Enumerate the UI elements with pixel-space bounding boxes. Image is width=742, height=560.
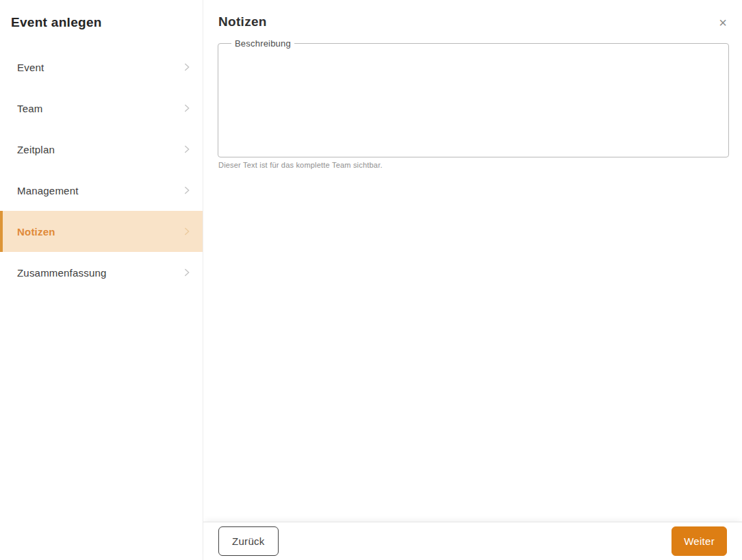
step-header: Notizen × [203, 0, 742, 32]
sidebar-item-management[interactable]: Management [0, 170, 203, 211]
description-helper-text: Dieser Text ist für das komplette Team s… [218, 161, 729, 169]
description-field: Beschreibung [218, 38, 729, 157]
sidebar-item-team[interactable]: Team [0, 88, 203, 129]
step-panel: Notizen × Beschreibung Dieser Text ist f… [203, 0, 742, 560]
description-label: Beschreibung [231, 38, 294, 49]
step-content: Beschreibung Dieser Text ist für das kom… [203, 32, 742, 522]
wizard-sidebar: Event anlegen Event Team Zeitplan [0, 0, 203, 560]
sidebar-item-label: Event [17, 62, 44, 73]
chevron-right-icon [181, 266, 193, 279]
sidebar-item-zeitplan[interactable]: Zeitplan [0, 129, 203, 170]
event-create-dialog: Event anlegen Event Team Zeitplan [0, 0, 742, 560]
sidebar-item-notizen[interactable]: Notizen [0, 211, 203, 252]
wizard-steps-nav: Event Team Zeitplan Management [0, 47, 203, 293]
description-textarea[interactable] [227, 51, 720, 147]
sidebar-item-label: Zusammenfassung [17, 267, 107, 279]
sidebar-item-label: Management [17, 185, 79, 196]
sidebar-item-label: Notizen [17, 226, 55, 238]
sidebar-item-zusammenfassung[interactable]: Zusammenfassung [0, 252, 203, 293]
chevron-right-icon [181, 102, 193, 114]
chevron-right-icon [181, 184, 193, 196]
dialog-title: Event anlegen [0, 15, 203, 30]
sidebar-item-event[interactable]: Event [0, 47, 203, 88]
back-button[interactable]: Zurück [218, 526, 279, 556]
close-button[interactable]: × [713, 13, 732, 32]
next-button[interactable]: Weiter [671, 526, 727, 556]
sidebar-item-label: Zeitplan [17, 144, 55, 155]
close-icon: × [719, 15, 727, 30]
page-title: Notizen [218, 14, 267, 29]
chevron-right-icon [181, 225, 193, 238]
wizard-footer: Zurück Weiter [203, 522, 742, 560]
chevron-right-icon [181, 61, 193, 73]
chevron-right-icon [181, 143, 193, 155]
sidebar-item-label: Team [17, 103, 42, 114]
